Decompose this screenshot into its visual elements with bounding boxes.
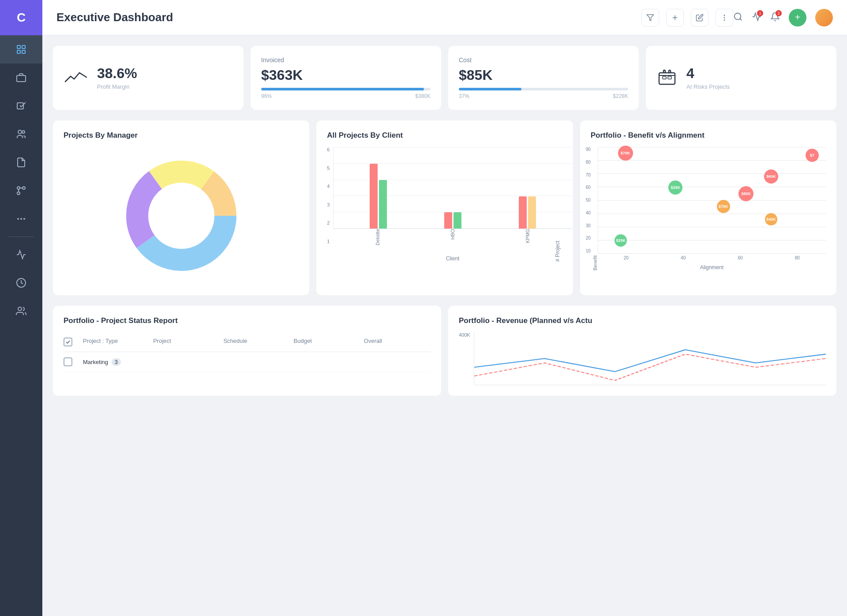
svg-point-7 — [22, 131, 25, 133]
donut-chart-container — [64, 147, 299, 285]
projects-by-manager-title: Projects By Manager — [64, 131, 299, 140]
bar-deloitte-green — [379, 180, 387, 229]
svg-rect-27 — [663, 76, 666, 79]
bar-group-deloitte — [370, 164, 387, 229]
col-budget: Budget — [294, 338, 360, 346]
y-tick-5: 5 — [327, 165, 330, 171]
svg-point-9 — [17, 192, 20, 195]
portfolio-revenue-card: Portfolio - Revenue (Planned v/s Actu 40… — [448, 306, 836, 396]
page-title: Executive Dashboard — [56, 11, 641, 24]
bar-group-kpmg — [519, 196, 536, 229]
sidebar-item-checklist[interactable] — [0, 92, 42, 120]
x-label-kpmg: KPMG — [525, 229, 530, 255]
y-tick-6: 6 — [327, 147, 330, 152]
at-risk-value-block: 4 At Risks Projects — [686, 66, 730, 90]
profit-margin-value: 38.6% — [97, 66, 137, 81]
revenue-svg — [474, 332, 826, 385]
sidebar-item-clock[interactable] — [0, 269, 42, 297]
at-risk-label: At Risks Projects — [686, 83, 730, 90]
row-checkbox[interactable] — [64, 357, 72, 366]
search-button[interactable] — [733, 12, 743, 23]
svg-rect-2 — [17, 50, 20, 53]
col-checkbox — [64, 338, 79, 346]
cost-progress-bar-container — [459, 88, 628, 90]
sidebar: C — [0, 0, 42, 616]
notifications-bell[interactable]: 2 — [770, 12, 780, 23]
svg-marker-18 — [647, 15, 654, 21]
col-project: Project — [153, 338, 220, 346]
invoiced-progress-labels: 96% $380K — [261, 93, 431, 99]
invoiced-max-label: $380K — [415, 93, 431, 99]
svg-point-21 — [724, 15, 725, 16]
benefit-alignment-title: Portfolio - Benefit v/s Alignment — [591, 131, 826, 140]
portfolio-status-title: Portfolio - Project Status Report — [64, 316, 431, 325]
sidebar-divider — [8, 237, 34, 237]
bar-chart-area — [333, 147, 572, 229]
sidebar-item-team[interactable] — [0, 120, 42, 148]
edit-button[interactable] — [691, 9, 708, 26]
scatter-y-label: Benefit — [591, 147, 598, 270]
x-label-deloitte: Deloitte — [375, 229, 380, 255]
bar-x-labels: Deloitte HBO KPMG — [333, 229, 572, 255]
invoiced-amount: $363K — [261, 67, 431, 83]
user-avatar[interactable] — [815, 9, 833, 26]
benefit-alignment-card: Portfolio - Benefit v/s Alignment Benefi… — [580, 120, 836, 295]
bar-group-hbo — [444, 212, 461, 229]
cost-card: Cost $85K 37% $228K — [448, 46, 639, 110]
scatter-wrapper: Benefit — [591, 147, 826, 270]
bar-kpmg-orange — [528, 196, 536, 229]
dot-60k: $60K — [764, 169, 778, 184]
revenue-chart-canvas — [474, 332, 826, 385]
svg-point-13 — [18, 218, 19, 219]
profit-margin-label: Profit Margin — [97, 83, 137, 90]
add-button[interactable] — [666, 9, 684, 26]
header-checkbox[interactable] — [64, 338, 72, 346]
sidebar-item-chart[interactable] — [0, 240, 42, 269]
portfolio-table-header: Project : Type Project Schedule Budget O… — [64, 332, 431, 352]
dot-7: $7 — [806, 149, 819, 162]
bell-badge: 2 — [776, 10, 782, 16]
cost-progress-bar — [459, 88, 521, 90]
scatter-grid — [598, 147, 826, 253]
invoiced-progress-bar-container — [261, 88, 431, 90]
header-actions — [641, 9, 733, 26]
svg-rect-0 — [17, 45, 20, 49]
donut-center — [149, 183, 214, 248]
sidebar-item-dashboard[interactable] — [0, 35, 42, 64]
y-tick-1: 1 — [327, 239, 330, 244]
sidebar-logo[interactable]: C — [0, 0, 42, 35]
cost-pct-label: 37% — [459, 93, 469, 99]
sidebar-item-document[interactable] — [0, 148, 42, 177]
dot-70k-1: $70K — [618, 146, 633, 161]
filter-button[interactable] — [641, 9, 659, 26]
scatter-y-ticks: 90 80 70 60 50 40 30 20 10 — [586, 147, 591, 253]
add-avatar-button[interactable]: + — [789, 9, 806, 26]
scatter-main: 90 80 70 60 50 40 30 20 10 — [598, 147, 826, 270]
bar-hbo-green — [453, 212, 461, 229]
header: Executive Dashboard — [42, 0, 847, 35]
invoiced-title: Invoiced — [261, 56, 431, 64]
svg-rect-28 — [668, 76, 671, 79]
profit-margin-value-block: 38.6% Profit Margin — [97, 66, 137, 90]
notifications-activity[interactable]: 1 — [752, 12, 761, 23]
logo-text: C — [17, 11, 26, 25]
dot-70k-2: $70K — [717, 200, 730, 213]
svg-point-17 — [18, 307, 22, 311]
y-label-400k: 400K — [459, 332, 470, 338]
cost-title: Cost — [459, 56, 628, 64]
table-row-marketing: Marketing 3 — [64, 352, 431, 372]
cell-project-type: Marketing 3 — [83, 359, 150, 365]
sidebar-item-branch[interactable] — [0, 177, 42, 205]
y-tick-3: 3 — [327, 202, 330, 207]
projects-by-manager-card: Projects By Manager — [53, 120, 309, 295]
sidebar-item-briefcase[interactable] — [0, 64, 42, 92]
marketing-badge: 3 — [112, 358, 121, 366]
at-risk-card: 4 At Risks Projects — [646, 46, 836, 110]
sidebar-item-more[interactable] — [0, 205, 42, 233]
projects-by-client-title: All Projects By Client — [327, 131, 562, 140]
activity-badge: 1 — [757, 10, 763, 16]
bar-y-axis-label: # Project — [555, 147, 561, 262]
sidebar-item-users[interactable] — [0, 297, 42, 325]
more-button[interactable] — [716, 9, 733, 26]
y-tick-2: 2 — [327, 220, 330, 225]
